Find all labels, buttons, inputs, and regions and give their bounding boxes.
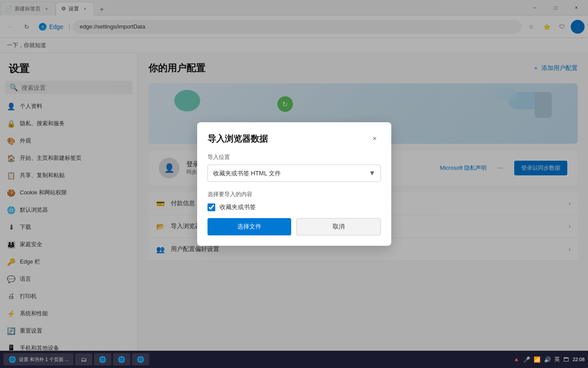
checkbox-favorites: 收藏夹或书签 [208, 203, 381, 211]
favorites-checkbox[interactable] [208, 203, 215, 211]
taskbar-edge-item[interactable]: 🌐 设置 和另外 1 个页面 ... [3, 353, 73, 365]
taskbar-right-area: 🔺 🎤 📶 🔊 英 🗔 22:08 [513, 355, 585, 363]
taskbar-ime-icon[interactable]: 英 [554, 355, 560, 363]
choose-file-button[interactable]: 选择文件 [208, 218, 291, 235]
taskbar-clock: 22:08 [572, 357, 585, 362]
modal-overlay[interactable]: 导入浏览器数据 × 导入位置 收藏夹或书签 HTML 文件 ▼ 选择要导入的内容… [0, 0, 588, 368]
dialog-close-button[interactable]: × [369, 133, 381, 145]
taskbar-browser2-item[interactable]: 🌐 [113, 353, 130, 365]
taskbar-browser2-icon: 🌐 [117, 355, 126, 364]
import-dialog: 导入浏览器数据 × 导入位置 收藏夹或书签 HTML 文件 ▼ 选择要导入的内容… [197, 122, 391, 246]
dialog-buttons: 选择文件 取消 [208, 218, 381, 235]
taskbar: 🌐 设置 和另外 1 个页面 ... 🗂 🌐 🌐 🌐 🔺 🎤 📶 🔊 英 🗔 2… [0, 351, 588, 368]
taskbar-browser1-item[interactable]: 🌐 [94, 353, 111, 365]
taskbar-notification-icon[interactable]: 🗔 [563, 356, 569, 363]
import-location-label: 导入位置 [208, 153, 381, 161]
taskbar-explorer-icon: 🗂 [79, 355, 88, 364]
taskbar-browser3-icon: 🌐 [136, 355, 145, 364]
import-source-select-wrapper: 收藏夹或书签 HTML 文件 ▼ [208, 165, 381, 182]
taskbar-chevron-icon[interactable]: 🔺 [513, 356, 520, 363]
taskbar-browser3-item[interactable]: 🌐 [132, 353, 149, 365]
taskbar-mic-icon[interactable]: 🎤 [523, 356, 530, 363]
taskbar-volume-icon[interactable]: 🔊 [544, 356, 551, 363]
taskbar-browser1-icon: 🌐 [98, 355, 107, 364]
cancel-button[interactable]: 取消 [296, 218, 381, 235]
taskbar-edge-icon: 🌐 [8, 355, 16, 364]
dialog-title: 导入浏览器数据 [208, 133, 268, 145]
taskbar-edge-label: 设置 和另外 1 个页面 ... [19, 356, 69, 363]
dialog-header: 导入浏览器数据 × [208, 133, 381, 145]
favorites-checkbox-label[interactable]: 收藏夹或书签 [220, 203, 256, 211]
import-source-select[interactable]: 收藏夹或书签 HTML 文件 [208, 165, 381, 182]
taskbar-explorer-item[interactable]: 🗂 [75, 353, 92, 365]
select-content-label: 选择要导入的内容 [208, 190, 381, 198]
taskbar-network-icon[interactable]: 📶 [534, 356, 541, 363]
